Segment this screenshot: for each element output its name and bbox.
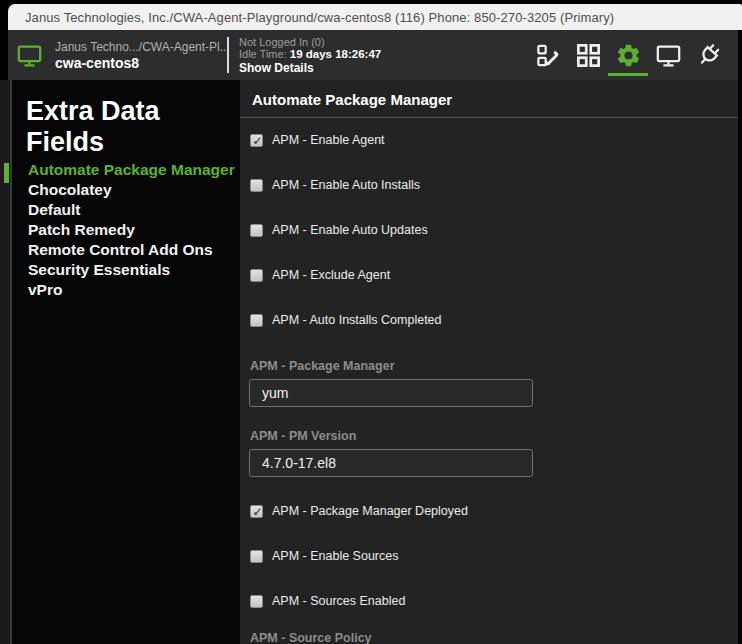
input-apm-pm-version[interactable] (249, 449, 533, 477)
computer-icon (16, 42, 43, 69)
idle-time-row: Idle Time: 19 days 18:26:47 (239, 48, 381, 61)
agent-identity: Janus Techno.../CWA-Agent-Pl... cwa-cent… (55, 40, 227, 71)
checkbox-apm-enable-auto-installs[interactable] (250, 179, 263, 192)
header-separator (227, 37, 229, 73)
sidebar-item-remote-control-add-ons[interactable]: Remote Control Add Ons (28, 240, 213, 260)
field-label-apm-package-manager: APM - Package Manager (250, 359, 395, 373)
sidebar: Extra Data Fields Automate Package Manag… (12, 80, 240, 644)
checkbox-label: APM - Package Manager Deployed (272, 504, 468, 518)
login-status: Not Logged In (0) (239, 36, 381, 49)
checkbox-apm-enable-agent[interactable] (250, 134, 263, 147)
checkbox-row-apm-exclude-agent: APM - Exclude Agent (250, 267, 390, 283)
agent-status-block: Not Logged In (0) Idle Time: 19 days 18:… (239, 36, 381, 75)
checkbox-label: APM - Sources Enabled (272, 594, 405, 608)
show-details-link[interactable]: Show Details (239, 61, 381, 75)
selected-item-indicator (4, 163, 9, 183)
app-window: Janus Technologies, Inc./CWA-Agent-Playg… (0, 0, 742, 644)
sidebar-title: Extra Data Fields (26, 96, 240, 158)
idle-time-value: 19 days 18:26:47 (290, 48, 381, 60)
sidebar-item-chocolatey[interactable]: Chocolatey (28, 180, 112, 200)
checkbox-row-apm-sources-enabled: APM - Sources Enabled (250, 593, 405, 609)
settings-gear-icon[interactable] (608, 34, 648, 76)
sidebar-item-security-essentials[interactable]: Security Essentials (28, 260, 170, 280)
checkbox-row-apm-enable-auto-updates: APM - Enable Auto Updates (250, 222, 428, 238)
checkbox-label: APM - Enable Auto Updates (272, 223, 428, 237)
checkbox-label: APM - Enable Auto Installs (272, 178, 420, 192)
agent-header: Janus Techno.../CWA-Agent-Pl... cwa-cent… (8, 30, 738, 80)
content-panel: Automate Package Manager APM - Enable Ag… (240, 80, 738, 644)
checkbox-apm-exclude-agent[interactable] (250, 269, 263, 282)
edit-fields-icon[interactable] (528, 34, 568, 76)
checkbox-apm-package-manager-deployed[interactable] (250, 505, 263, 518)
field-label-apm-pm-version: APM - PM Version (250, 429, 356, 443)
checkbox-row-apm-enable-sources: APM - Enable Sources (250, 548, 398, 564)
sidebar-item-default[interactable]: Default (28, 200, 81, 220)
checkbox-row-apm-enable-agent: APM - Enable Agent (250, 132, 385, 148)
checkbox-label: APM - Enable Agent (272, 133, 385, 147)
checkbox-row-apm-auto-installs-completed: APM - Auto Installs Completed (250, 312, 442, 328)
agent-breadcrumb: Janus Techno.../CWA-Agent-Pl... (55, 40, 227, 55)
idle-time-label: Idle Time: (239, 48, 287, 60)
sidebar-item-automate-package-manager[interactable]: Automate Package Manager (28, 160, 235, 180)
computer-name: cwa-centos8 (55, 55, 227, 71)
plug-icon[interactable] (688, 34, 728, 76)
checkbox-apm-sources-enabled[interactable] (250, 595, 263, 608)
checkbox-row-apm-package-manager-deployed: APM - Package Manager Deployed (250, 503, 468, 519)
input-apm-package-manager[interactable] (249, 379, 533, 407)
sidebar-item-patch-remedy[interactable]: Patch Remedy (28, 220, 135, 240)
checkbox-label: APM - Enable Sources (272, 549, 398, 563)
checkbox-apm-enable-sources[interactable] (250, 550, 263, 563)
field-label-apm-source-policy: APM - Source Policy (250, 631, 372, 644)
sidebar-item-vpro[interactable]: vPro (28, 280, 62, 300)
checkbox-row-apm-enable-auto-installs: APM - Enable Auto Installs (250, 177, 420, 193)
checkbox-label: APM - Exclude Agent (272, 268, 390, 282)
header-toolbar (528, 33, 728, 77)
window-titlebar: Janus Technologies, Inc./CWA-Agent-Playg… (8, 4, 742, 30)
checkbox-apm-enable-auto-updates[interactable] (250, 224, 263, 237)
dashboard-grid-icon[interactable] (568, 34, 608, 76)
section-heading: Automate Package Manager (240, 80, 738, 118)
checkbox-apm-auto-installs-completed[interactable] (250, 314, 263, 327)
window-title: Janus Technologies, Inc./CWA-Agent-Playg… (8, 10, 614, 25)
checkbox-label: APM - Auto Installs Completed (272, 313, 442, 327)
monitor-icon[interactable] (648, 34, 688, 76)
